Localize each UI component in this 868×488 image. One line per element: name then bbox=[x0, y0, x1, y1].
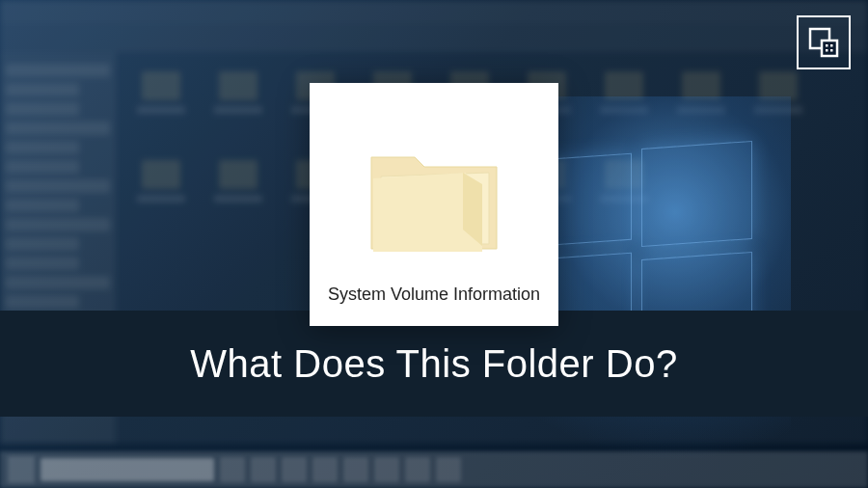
svg-rect-4 bbox=[826, 49, 828, 52]
svg-rect-2 bbox=[826, 44, 828, 47]
fossbytes-logo-icon bbox=[808, 27, 839, 58]
search-box bbox=[41, 458, 214, 481]
headline-band: What Does This Folder Do? bbox=[0, 311, 868, 417]
brand-logo bbox=[797, 15, 851, 69]
headline-text: What Does This Folder Do? bbox=[190, 342, 677, 386]
folder-label: System Volume Information bbox=[328, 285, 540, 305]
svg-rect-1 bbox=[822, 41, 837, 56]
folder-icon bbox=[357, 128, 511, 273]
svg-rect-5 bbox=[830, 49, 833, 52]
taskbar bbox=[0, 451, 868, 488]
svg-rect-3 bbox=[830, 44, 833, 47]
folder-card: System Volume Information bbox=[310, 83, 558, 326]
start-button bbox=[8, 456, 35, 483]
